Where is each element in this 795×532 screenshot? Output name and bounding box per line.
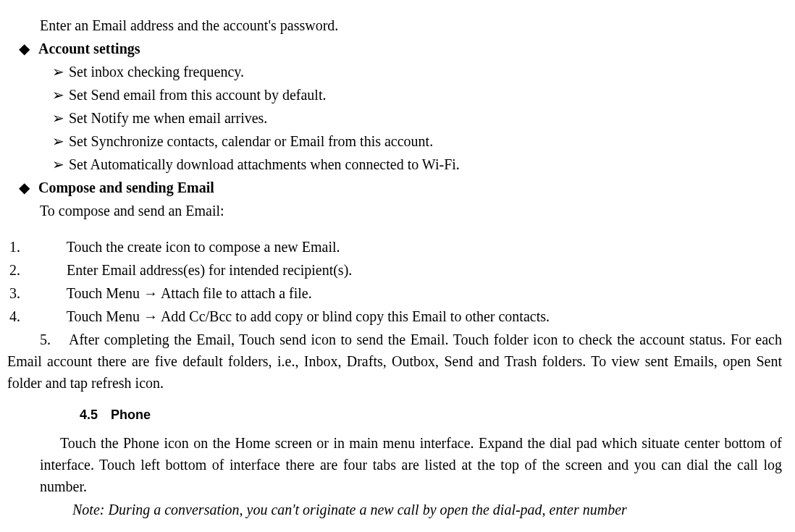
compose-steps: 1. Touch the create icon to compose a ne… xyxy=(7,236,788,327)
step-text: Touch the create icon to compose a new E… xyxy=(67,239,340,255)
compose-heading: Compose and sending Email xyxy=(38,180,214,195)
list-item: ➢Set Send email from this account by def… xyxy=(52,84,788,106)
list-item-text: Set Automatically download attachments w… xyxy=(69,156,460,172)
list-item-text: Set Send email from this account by defa… xyxy=(69,87,326,103)
step-text: Enter Email address(es) for intended rec… xyxy=(67,262,352,278)
list-item: ➢Set Synchronize contacts, calendar or E… xyxy=(52,130,788,152)
list-item: 2. Enter Email address(es) for intended … xyxy=(40,259,788,281)
list-item-text: Set Notify me when email arrives. xyxy=(69,110,267,126)
phone-note: Note: During a conversation, you can't o… xyxy=(72,499,788,520)
arrow-icon: ➢ xyxy=(52,110,64,126)
arrow-icon: ➢ xyxy=(52,156,64,172)
compose-section: ◆Compose and sending Email xyxy=(19,177,788,198)
list-item: 1. Touch the create icon to compose a ne… xyxy=(40,236,788,258)
diamond-icon: ◆ xyxy=(19,177,30,198)
phone-section-heading: 4.5Phone xyxy=(80,405,788,425)
list-item: ➢Set inbox checking frequency. xyxy=(52,61,788,83)
step-text: Touch Menu → Attach file to attach a fil… xyxy=(67,285,312,301)
list-item: 3. Touch Menu → Attach file to attach a … xyxy=(40,282,788,304)
account-settings-section: ◆Account settings xyxy=(19,38,788,59)
list-item: 4. Touch Menu → Add Cc/Bcc to add copy o… xyxy=(40,305,788,327)
phone-paragraph: Touch the Phone icon on the Home screen … xyxy=(40,432,788,497)
step-text: Touch Menu → Add Cc/Bcc to add copy or b… xyxy=(67,308,550,324)
intro-text: Enter an Email address and the account's… xyxy=(40,14,788,36)
list-item-text: Set inbox checking frequency. xyxy=(69,64,244,80)
list-item: ➢Set Notify me when email arrives. xyxy=(52,107,788,129)
account-settings-heading: Account settings xyxy=(38,41,140,56)
list-item-text: Set Synchronize contacts, calendar or Em… xyxy=(69,133,433,149)
compose-intro: To compose and send an Email: xyxy=(40,200,788,221)
step5-text: 5. After completing the Email, Touch sen… xyxy=(7,329,788,394)
diamond-icon: ◆ xyxy=(19,38,30,59)
arrow-icon: ➢ xyxy=(52,133,64,149)
section-title: Phone xyxy=(111,408,151,422)
arrow-icon: ➢ xyxy=(52,64,64,80)
account-settings-list: ➢Set inbox checking frequency. ➢Set Send… xyxy=(7,61,788,175)
section-number: 4.5 xyxy=(80,408,98,422)
list-item: ➢Set Automatically download attachments … xyxy=(52,153,788,175)
arrow-icon: ➢ xyxy=(52,87,64,103)
